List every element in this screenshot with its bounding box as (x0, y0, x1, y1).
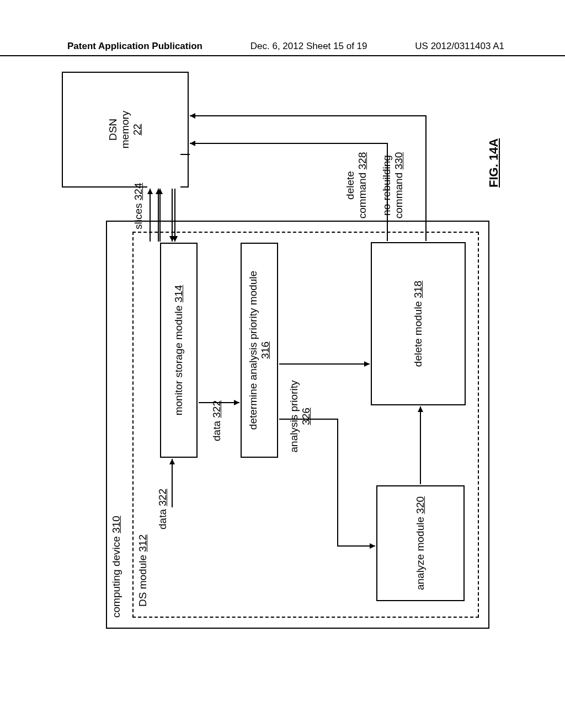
ds-module-label: DS module 312 (137, 534, 149, 607)
ap-ref: 326 (300, 408, 312, 425)
figure-caption: FIG. 14A (487, 138, 501, 188)
dsn-memory-box: DSN memory 22 (62, 72, 189, 188)
data-arrow-left-label: data 322 (157, 489, 169, 529)
del-cmd-ref: 328 (356, 152, 368, 170)
analyze-ref: 320 (414, 496, 426, 514)
analyze-text: analyze module (414, 517, 426, 590)
monitor-text: monitor storage module (173, 306, 184, 416)
delete-command-label: delete command 328 (344, 147, 369, 224)
no-rebuilding-command-label: no-rebuilding command 330 (381, 147, 405, 224)
page-header: Patent Application Publication Dec. 6, 2… (0, 41, 565, 56)
dsn-text-a: DSN (107, 119, 119, 141)
computing-device-label: computing device 310 (110, 516, 122, 618)
determine-text: determine analysis priority module (247, 271, 259, 430)
ap-text: analysis priority (288, 381, 300, 453)
slices-label: slices 324 (132, 183, 145, 230)
ds-module-text: DS module (137, 555, 148, 607)
header-mid: Dec. 6, 2012 Sheet 15 of 19 (250, 41, 367, 52)
determine-ref: 316 (259, 341, 271, 359)
figure-canvas: computing device 310 DS module 312 monit… (62, 77, 503, 645)
data-ref2: 322 (211, 400, 222, 418)
computing-device-ref: 310 (110, 516, 122, 533)
delete-ref: 318 (412, 281, 424, 298)
data-text2: data (211, 421, 222, 441)
slices-text: slices (132, 203, 144, 229)
header-left: Patent Application Publication (67, 41, 202, 52)
slices-ref: 324 (132, 183, 144, 201)
noreb-b: command (393, 173, 404, 218)
monitor-ref: 314 (173, 285, 184, 303)
delete-module: delete module 318 (371, 242, 466, 405)
rotated-wrapper: computing device 310 DS module 312 monit… (62, 61, 503, 629)
del-cmd-a: delete (344, 171, 356, 200)
computing-device-text: computing device (110, 536, 122, 618)
analyze-module: analyze module 320 (376, 485, 465, 601)
dsn-ref: 22 (131, 124, 143, 135)
noreb-ref: 330 (393, 152, 404, 170)
ds-module-ref: 312 (137, 534, 148, 552)
analysis-priority-label: analysis priority 326 (288, 375, 312, 458)
delete-text: delete module (412, 301, 424, 367)
determine-priority-module: determine analysis priority module 316 (241, 243, 278, 458)
monitor-storage-module: monitor storage module 314 (160, 243, 198, 458)
noreb-a: no-rebuilding (381, 155, 392, 216)
header-right: US 2012/0311403 A1 (415, 41, 504, 52)
diagram: computing device 310 DS module 312 monit… (62, 61, 503, 629)
data-ref: 322 (157, 489, 168, 506)
dsn-text-b: memory (119, 111, 131, 149)
del-cmd-b: command (356, 173, 368, 218)
data-arrow-mid-label: data 322 (211, 400, 223, 441)
data-text: data (157, 509, 168, 529)
